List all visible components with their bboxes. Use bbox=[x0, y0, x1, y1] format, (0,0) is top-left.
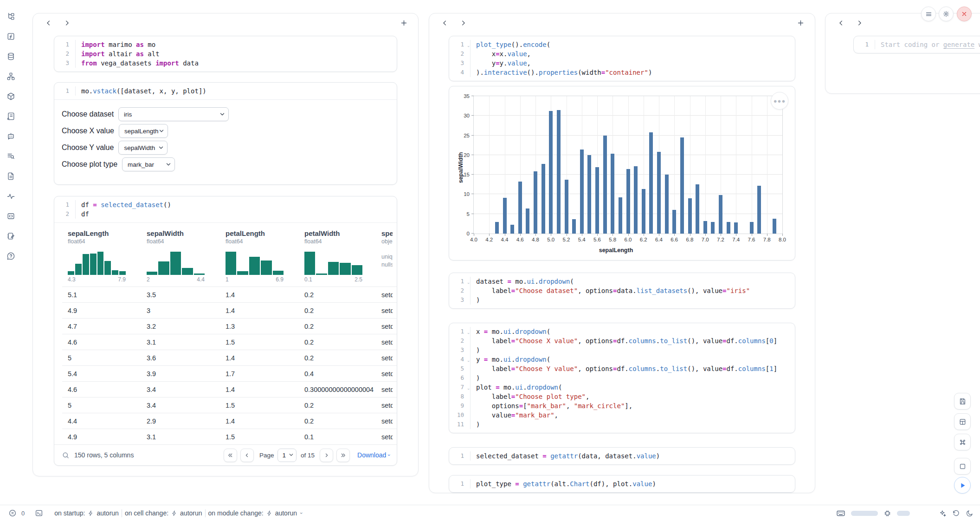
chart-bar[interactable] bbox=[619, 197, 622, 234]
column-next-icon[interactable] bbox=[61, 17, 73, 29]
chart-bar[interactable] bbox=[703, 221, 707, 234]
chart-bar[interactable] bbox=[542, 164, 545, 234]
chart-bar[interactable] bbox=[595, 167, 599, 234]
terminal-icon[interactable] bbox=[33, 507, 45, 519]
database-icon[interactable] bbox=[5, 50, 17, 62]
chart-menu-button[interactable]: ●●● bbox=[771, 92, 788, 110]
errors-indicator-icon[interactable] bbox=[6, 507, 19, 519]
chat-bot-icon[interactable] bbox=[5, 130, 17, 142]
chart-bar[interactable] bbox=[549, 111, 553, 234]
chart-bar[interactable] bbox=[711, 222, 715, 234]
column-prev-icon[interactable] bbox=[42, 17, 54, 29]
shutdown-button[interactable] bbox=[957, 7, 972, 21]
ai-sparkles-icon[interactable] bbox=[939, 509, 947, 517]
scratchpad-icon[interactable] bbox=[5, 230, 17, 242]
next-page-button[interactable] bbox=[320, 449, 333, 462]
first-page-button[interactable] bbox=[224, 449, 237, 462]
chart-bar[interactable] bbox=[634, 166, 638, 234]
chart-bar[interactable] bbox=[719, 195, 722, 234]
table-row[interactable]: 53.41.50.2setosa bbox=[62, 397, 397, 413]
chart-bar[interactable] bbox=[649, 132, 653, 234]
chart-bar[interactable] bbox=[526, 208, 529, 234]
chart-bar[interactable] bbox=[672, 210, 676, 234]
generate-with-ai-link[interactable]: generate bbox=[943, 41, 974, 48]
code-editor-xyplot[interactable]: 1›x = mo.ui.dropdown(2 label="Choose X v… bbox=[449, 323, 795, 433]
table-row[interactable]: 4.93.11.50.1setosa bbox=[62, 429, 397, 444]
chart-bar[interactable] bbox=[727, 222, 730, 234]
document-icon[interactable] bbox=[5, 170, 17, 182]
chart-bar[interactable] bbox=[750, 222, 754, 234]
file-tree-icon[interactable] bbox=[5, 10, 17, 22]
column-next-icon[interactable] bbox=[853, 17, 865, 29]
runtime-config-2[interactable]: on module change:autorun› bbox=[208, 509, 303, 517]
chart-bar[interactable] bbox=[757, 186, 761, 234]
code-editor-chart[interactable]: 1›plot_type().encode(2 x=x.value,3 y=y.v… bbox=[449, 36, 795, 81]
column-prev-icon[interactable] bbox=[438, 17, 451, 29]
table-row[interactable]: 5.43.91.70.4setosa bbox=[62, 365, 397, 381]
chart-bar[interactable] bbox=[680, 137, 684, 234]
package-icon[interactable] bbox=[5, 90, 17, 102]
table-row[interactable]: 4.42.91.40.2setosa bbox=[62, 413, 397, 429]
column-header-species[interactable]: speciesobjectuniquenulls: bbox=[376, 229, 393, 287]
add-column-icon[interactable] bbox=[794, 17, 806, 29]
chart-bar[interactable] bbox=[734, 222, 738, 234]
restart-icon[interactable] bbox=[952, 509, 960, 517]
cpu-usage-bar[interactable] bbox=[897, 511, 910, 516]
chart-bar[interactable] bbox=[696, 184, 699, 234]
function-square-icon[interactable] bbox=[5, 30, 17, 42]
column-prev-icon[interactable] bbox=[835, 17, 847, 29]
chart-bar[interactable] bbox=[642, 189, 645, 234]
theme-moon-icon[interactable] bbox=[966, 509, 974, 517]
dropdown-choose-plot-type[interactable]: mark_bar bbox=[122, 157, 175, 171]
table-row[interactable]: 53.61.40.2setosa bbox=[62, 350, 397, 365]
code-editor-empty[interactable]: 1 Start coding or generate with AI bbox=[854, 36, 980, 53]
chart-bar[interactable] bbox=[665, 175, 669, 234]
table-row[interactable]: 5.13.51.40.2setosa bbox=[62, 287, 397, 302]
column-header-sepalLength[interactable]: sepalLengthfloat644.37.9 bbox=[62, 229, 141, 287]
cpu-chip-icon[interactable] bbox=[883, 509, 891, 517]
column-header-petalWidth[interactable]: petalWidthfloat640.12.5 bbox=[299, 229, 376, 287]
scroll-icon[interactable] bbox=[5, 110, 17, 122]
save-button[interactable] bbox=[954, 393, 971, 410]
table-row[interactable]: 4.63.11.50.2setosa bbox=[62, 334, 397, 350]
dependency-graph-icon[interactable] bbox=[5, 70, 17, 82]
chart-bar[interactable] bbox=[557, 110, 561, 234]
last-page-button[interactable] bbox=[336, 449, 350, 462]
code-editor-df[interactable]: 1df = selected_dataset()2df bbox=[54, 196, 397, 223]
runtime-config-0[interactable]: on startup:autorun bbox=[54, 509, 119, 517]
column-header-petalLength[interactable]: petalLengthfloat6416.9 bbox=[220, 229, 299, 287]
dropdown-choose-dataset[interactable]: iris bbox=[118, 107, 229, 121]
dropdown-choose-y-value[interactable]: sepalWidth bbox=[118, 141, 168, 155]
table-row[interactable]: 4.931.40.2setosa bbox=[62, 302, 397, 318]
chart-bar[interactable] bbox=[495, 222, 499, 234]
logs-search-icon[interactable] bbox=[5, 150, 17, 162]
chart-bar[interactable] bbox=[534, 171, 537, 234]
table-row[interactable]: 4.73.21.30.2setosa bbox=[62, 318, 397, 334]
code-editor-selected[interactable]: 1selected_dataset = getattr(data, datase… bbox=[449, 448, 795, 464]
code-editor-plottype[interactable]: 1plot_type = getattr(alt.Chart(df), plot… bbox=[449, 475, 795, 492]
download-button[interactable]: Download› bbox=[357, 451, 390, 459]
chart-bar[interactable] bbox=[510, 225, 514, 234]
column-header-sepalWidth[interactable]: sepalWidthfloat6424.4 bbox=[141, 229, 220, 287]
chart-bar[interactable] bbox=[580, 150, 584, 234]
chart-bar[interactable] bbox=[587, 155, 591, 234]
chart-bar[interactable] bbox=[565, 180, 568, 234]
chart-bar[interactable] bbox=[626, 169, 630, 234]
layout-grid-button[interactable] bbox=[954, 413, 971, 430]
chart-bar[interactable] bbox=[603, 136, 607, 234]
code-editor-imports[interactable]: 1import marimo as mo2import altair as al… bbox=[54, 36, 397, 72]
chart-bar[interactable] bbox=[657, 152, 661, 234]
command-palette-button[interactable] bbox=[954, 434, 971, 450]
table-row[interactable]: 4.63.41.40.30000000000000004setosa bbox=[62, 381, 397, 397]
code-snippets-icon[interactable] bbox=[5, 210, 17, 222]
minimap-button[interactable] bbox=[954, 458, 971, 475]
column-next-icon[interactable] bbox=[457, 17, 469, 29]
memory-usage-bar[interactable] bbox=[851, 511, 878, 516]
code-editor-dataset[interactable]: 1›dataset = mo.ui.dropdown(2 label="Choo… bbox=[449, 273, 795, 308]
chart-bar[interactable] bbox=[611, 154, 614, 234]
runtime-config-1[interactable]: on cell change:autorun bbox=[125, 509, 202, 517]
chart-bar[interactable] bbox=[688, 198, 692, 234]
dropdown-choose-x-value[interactable]: sepalLength bbox=[119, 124, 168, 138]
prev-page-button[interactable] bbox=[240, 449, 254, 462]
notebook-menu-button[interactable] bbox=[921, 7, 936, 21]
